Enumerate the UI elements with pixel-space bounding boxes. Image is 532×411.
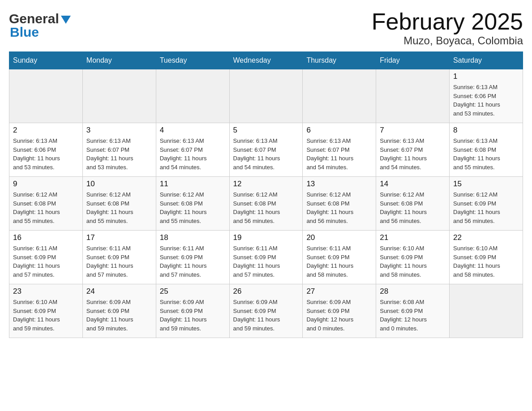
- day-info: Sunrise: 6:12 AM Sunset: 6:08 PM Dayligh…: [86, 190, 152, 225]
- day-number: 10: [86, 180, 152, 188]
- day-info: Sunrise: 6:09 AM Sunset: 6:09 PM Dayligh…: [306, 298, 372, 333]
- calendar-cell: 24Sunrise: 6:09 AM Sunset: 6:09 PM Dayli…: [82, 284, 156, 338]
- day-info: Sunrise: 6:11 AM Sunset: 6:09 PM Dayligh…: [306, 244, 372, 279]
- week-row-4: 16Sunrise: 6:11 AM Sunset: 6:09 PM Dayli…: [9, 231, 523, 284]
- svg-marker-0: [61, 16, 71, 24]
- day-of-week-friday: Friday: [376, 52, 450, 69]
- day-info: Sunrise: 6:09 AM Sunset: 6:09 PM Dayligh…: [86, 298, 152, 333]
- day-info: Sunrise: 6:09 AM Sunset: 6:09 PM Dayligh…: [160, 298, 226, 333]
- day-info: Sunrise: 6:12 AM Sunset: 6:08 PM Dayligh…: [13, 190, 79, 225]
- calendar-header: SundayMondayTuesdayWednesdayThursdayFrid…: [9, 52, 523, 69]
- calendar-cell: 8Sunrise: 6:13 AM Sunset: 6:08 PM Daylig…: [450, 123, 523, 177]
- page-header: General Blue February 2025 Muzo, Boyaca,…: [9, 9, 523, 47]
- day-info: Sunrise: 6:13 AM Sunset: 6:07 PM Dayligh…: [233, 137, 299, 171]
- day-info: Sunrise: 6:12 AM Sunset: 6:08 PM Dayligh…: [306, 190, 372, 225]
- day-number: 1: [453, 72, 519, 81]
- calendar-cell: 13Sunrise: 6:12 AM Sunset: 6:08 PM Dayli…: [303, 177, 376, 231]
- day-number: 24: [86, 287, 152, 296]
- calendar-cell: [156, 69, 229, 123]
- day-number: 6: [306, 126, 372, 135]
- day-info: Sunrise: 6:13 AM Sunset: 6:06 PM Dayligh…: [453, 83, 519, 118]
- day-info: Sunrise: 6:12 AM Sunset: 6:08 PM Dayligh…: [380, 190, 446, 225]
- logo-general: General: [9, 11, 59, 26]
- calendar-cell: 19Sunrise: 6:11 AM Sunset: 6:09 PM Dayli…: [229, 231, 303, 284]
- calendar-cell: 14Sunrise: 6:12 AM Sunset: 6:08 PM Dayli…: [376, 177, 450, 231]
- day-info: Sunrise: 6:10 AM Sunset: 6:09 PM Dayligh…: [453, 244, 519, 279]
- day-info: Sunrise: 6:11 AM Sunset: 6:09 PM Dayligh…: [13, 244, 79, 279]
- calendar-cell: [450, 284, 523, 338]
- day-of-week-wednesday: Wednesday: [229, 52, 303, 69]
- week-row-1: 1Sunrise: 6:13 AM Sunset: 6:06 PM Daylig…: [9, 69, 523, 123]
- calendar-cell: 4Sunrise: 6:13 AM Sunset: 6:07 PM Daylig…: [156, 123, 229, 177]
- calendar-cell: 9Sunrise: 6:12 AM Sunset: 6:08 PM Daylig…: [9, 177, 83, 231]
- day-number: 5: [233, 126, 299, 135]
- day-of-week-saturday: Saturday: [450, 52, 523, 69]
- day-number: 17: [86, 233, 152, 242]
- day-of-week-tuesday: Tuesday: [156, 52, 229, 69]
- calendar-cell: 3Sunrise: 6:13 AM Sunset: 6:07 PM Daylig…: [82, 123, 156, 177]
- day-number: 23: [13, 287, 79, 296]
- day-number: 27: [306, 287, 372, 296]
- calendar-cell: 26Sunrise: 6:09 AM Sunset: 6:09 PM Dayli…: [229, 284, 303, 338]
- calendar-cell: 5Sunrise: 6:13 AM Sunset: 6:07 PM Daylig…: [229, 123, 303, 177]
- day-number: 16: [13, 233, 79, 242]
- calendar-title: February 2025: [372, 9, 523, 34]
- calendar-body: 1Sunrise: 6:13 AM Sunset: 6:06 PM Daylig…: [9, 69, 523, 338]
- calendar-cell: 12Sunrise: 6:12 AM Sunset: 6:08 PM Dayli…: [229, 177, 303, 231]
- calendar-subtitle: Muzo, Boyaca, Colombia: [372, 34, 523, 47]
- day-number: 26: [233, 287, 299, 296]
- day-info: Sunrise: 6:10 AM Sunset: 6:09 PM Dayligh…: [13, 298, 79, 333]
- day-of-week-sunday: Sunday: [9, 52, 83, 69]
- day-number: 18: [160, 233, 226, 242]
- calendar-cell: 23Sunrise: 6:10 AM Sunset: 6:09 PM Dayli…: [9, 284, 83, 338]
- day-info: Sunrise: 6:13 AM Sunset: 6:07 PM Dayligh…: [380, 137, 446, 171]
- calendar-cell: 20Sunrise: 6:11 AM Sunset: 6:09 PM Dayli…: [303, 231, 376, 284]
- calendar-cell: [9, 69, 83, 123]
- calendar-cell: 11Sunrise: 6:12 AM Sunset: 6:08 PM Dayli…: [156, 177, 229, 231]
- day-info: Sunrise: 6:11 AM Sunset: 6:09 PM Dayligh…: [86, 244, 152, 279]
- day-number: 9: [13, 180, 79, 188]
- day-info: Sunrise: 6:11 AM Sunset: 6:09 PM Dayligh…: [233, 244, 299, 279]
- day-number: 2: [13, 126, 79, 135]
- week-row-3: 9Sunrise: 6:12 AM Sunset: 6:08 PM Daylig…: [9, 177, 523, 231]
- day-info: Sunrise: 6:08 AM Sunset: 6:09 PM Dayligh…: [380, 298, 446, 333]
- calendar-cell: 21Sunrise: 6:10 AM Sunset: 6:09 PM Dayli…: [376, 231, 450, 284]
- day-info: Sunrise: 6:12 AM Sunset: 6:09 PM Dayligh…: [453, 190, 519, 225]
- logo-blue: Blue: [10, 25, 39, 40]
- calendar-cell: 15Sunrise: 6:12 AM Sunset: 6:09 PM Dayli…: [450, 177, 523, 231]
- calendar-cell: 6Sunrise: 6:13 AM Sunset: 6:07 PM Daylig…: [303, 123, 376, 177]
- day-number: 3: [86, 126, 152, 135]
- calendar-cell: 16Sunrise: 6:11 AM Sunset: 6:09 PM Dayli…: [9, 231, 83, 284]
- day-number: 8: [453, 126, 519, 135]
- day-info: Sunrise: 6:13 AM Sunset: 6:07 PM Dayligh…: [160, 137, 226, 171]
- day-number: 21: [380, 233, 446, 242]
- day-info: Sunrise: 6:11 AM Sunset: 6:09 PM Dayligh…: [160, 244, 226, 279]
- day-number: 7: [380, 126, 446, 135]
- day-info: Sunrise: 6:13 AM Sunset: 6:06 PM Dayligh…: [13, 137, 79, 171]
- day-number: 14: [380, 180, 446, 188]
- week-row-5: 23Sunrise: 6:10 AM Sunset: 6:09 PM Dayli…: [9, 284, 523, 338]
- calendar-cell: [229, 69, 303, 123]
- day-number: 22: [453, 233, 519, 242]
- calendar-cell: 10Sunrise: 6:12 AM Sunset: 6:08 PM Dayli…: [82, 177, 156, 231]
- day-info: Sunrise: 6:13 AM Sunset: 6:08 PM Dayligh…: [453, 137, 519, 171]
- calendar-cell: 1Sunrise: 6:13 AM Sunset: 6:06 PM Daylig…: [450, 69, 523, 123]
- day-number: 28: [380, 287, 446, 296]
- days-of-week-row: SundayMondayTuesdayWednesdayThursdayFrid…: [9, 52, 523, 69]
- calendar-cell: 28Sunrise: 6:08 AM Sunset: 6:09 PM Dayli…: [376, 284, 450, 338]
- day-of-week-thursday: Thursday: [303, 52, 376, 69]
- day-number: 19: [233, 233, 299, 242]
- calendar-cell: 25Sunrise: 6:09 AM Sunset: 6:09 PM Dayli…: [156, 284, 229, 338]
- title-area: February 2025 Muzo, Boyaca, Colombia: [372, 9, 523, 47]
- day-info: Sunrise: 6:09 AM Sunset: 6:09 PM Dayligh…: [233, 298, 299, 333]
- calendar-cell: 27Sunrise: 6:09 AM Sunset: 6:09 PM Dayli…: [303, 284, 376, 338]
- week-row-2: 2Sunrise: 6:13 AM Sunset: 6:06 PM Daylig…: [9, 123, 523, 177]
- calendar-cell: [82, 69, 156, 123]
- calendar-cell: [303, 69, 376, 123]
- calendar-cell: 18Sunrise: 6:11 AM Sunset: 6:09 PM Dayli…: [156, 231, 229, 284]
- calendar-cell: 7Sunrise: 6:13 AM Sunset: 6:07 PM Daylig…: [376, 123, 450, 177]
- day-number: 15: [453, 180, 519, 188]
- day-number: 13: [306, 180, 372, 188]
- day-number: 12: [233, 180, 299, 188]
- day-of-week-monday: Monday: [82, 52, 156, 69]
